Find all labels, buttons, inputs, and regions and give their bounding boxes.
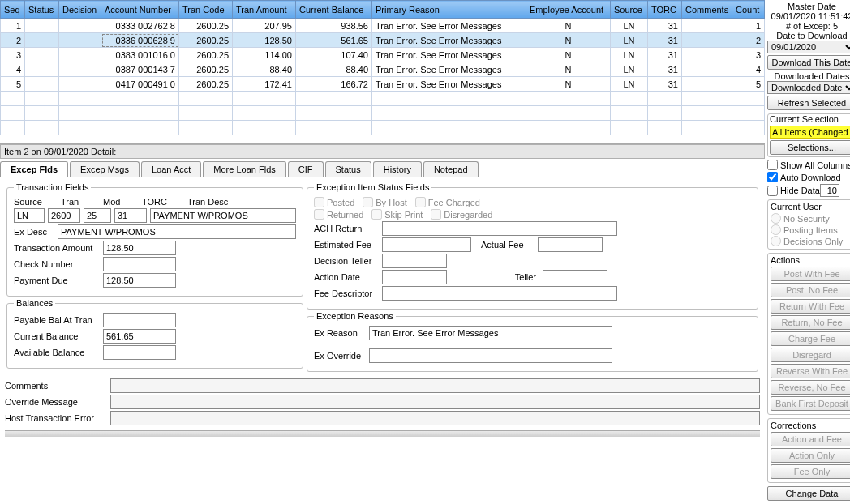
tab-notepad[interactable]: Notepad [423, 161, 479, 177]
table-cell[interactable]: LN [611, 33, 648, 48]
bank-first-deposit-button[interactable]: Bank First Deposit [771, 396, 850, 411]
table-cell[interactable]: 0387 000143 7 [101, 62, 179, 77]
table-cell[interactable]: 1 [732, 19, 765, 33]
table-cell[interactable] [682, 77, 732, 92]
table-cell[interactable] [25, 77, 59, 92]
mod-input[interactable] [84, 208, 111, 223]
table-row[interactable]: 30383 001016 02600.25114.00107.40Tran Er… [1, 48, 765, 62]
table-cell[interactable] [25, 33, 59, 48]
table-cell[interactable] [25, 19, 59, 33]
table-cell[interactable]: 2600.25 [179, 33, 233, 48]
column-header[interactable]: Current Balance [296, 1, 372, 19]
table-cell[interactable] [25, 48, 59, 62]
auto-download-checkbox[interactable] [767, 172, 778, 182]
table-cell[interactable]: 128.50 [233, 33, 296, 48]
table-cell[interactable]: N [526, 77, 611, 92]
column-header[interactable]: Count [732, 1, 765, 19]
column-header[interactable]: Decision [59, 1, 101, 19]
table-cell[interactable]: Tran Error. See Error Messages [372, 48, 526, 62]
current-selection-value[interactable]: All Items (Changed Sel [770, 126, 850, 139]
table-cell[interactable]: 88.40 [233, 62, 296, 77]
fee-descriptor-input[interactable] [382, 286, 617, 301]
table-cell[interactable]: 2600.25 [179, 77, 233, 92]
change-data-button[interactable]: Change Data [767, 486, 850, 501]
table-cell[interactable]: 31 [648, 62, 682, 77]
payable-bal-input[interactable] [103, 313, 176, 327]
column-header[interactable]: Status [25, 1, 59, 19]
disregard-button[interactable]: Disregard [771, 348, 850, 362]
table-cell[interactable]: 2 [732, 33, 765, 48]
teller-input[interactable] [543, 270, 607, 284]
table-cell[interactable]: 207.95 [233, 19, 296, 33]
table-cell[interactable]: 0336 000628 9 [101, 33, 179, 48]
table-cell[interactable]: N [526, 62, 611, 77]
host-tran-error-input[interactable] [110, 411, 760, 425]
reverse-with-fee-button[interactable]: Reverse With Fee [771, 364, 850, 378]
table-cell[interactable]: 114.00 [233, 48, 296, 62]
tran-input[interactable] [48, 208, 80, 223]
table-cell[interactable]: LN [611, 62, 648, 77]
comments-input[interactable] [110, 378, 760, 393]
table-cell[interactable]: 1 [1, 19, 25, 33]
table-cell[interactable]: 107.40 [296, 48, 372, 62]
hide-data-checkbox[interactable] [767, 186, 778, 196]
column-header[interactable]: Account Number [101, 1, 179, 19]
downloaded-dates-select[interactable]: Downloaded Dates [767, 81, 850, 94]
table-cell[interactable]: Tran Error. See Error Messages [372, 77, 526, 92]
table-cell[interactable]: 2 [1, 33, 25, 48]
horizontal-scrollbar[interactable] [5, 430, 760, 437]
table-cell[interactable]: Tran Error. See Error Messages [372, 19, 526, 33]
available-balance-input[interactable] [103, 345, 176, 360]
date-to-download-select[interactable]: 09/01/2020 [767, 41, 850, 53]
tdesc-input[interactable] [150, 208, 296, 223]
table-cell[interactable]: LN [611, 48, 648, 62]
table-cell[interactable]: N [526, 33, 611, 48]
table-row[interactable]: 40387 000143 72600.2588.4088.40Tran Erro… [1, 62, 765, 77]
column-header[interactable]: Tran Amount [233, 1, 296, 19]
action-and-fee-button[interactable]: Action and Fee [771, 432, 850, 446]
table-cell[interactable]: 5 [732, 77, 765, 92]
reverse-no-fee-button[interactable]: Reverse, No Fee [771, 380, 850, 395]
table-cell[interactable]: 4 [1, 62, 25, 77]
table-cell[interactable]: N [526, 19, 611, 33]
decision-teller-input[interactable] [382, 254, 447, 268]
column-header[interactable]: Comments [682, 1, 732, 19]
table-row[interactable]: 50417 000491 02600.25172.41166.72Tran Er… [1, 77, 765, 92]
table-cell[interactable]: 31 [648, 33, 682, 48]
table-cell[interactable] [682, 19, 732, 33]
table-cell[interactable] [682, 48, 732, 62]
override-msg-input[interactable] [110, 395, 760, 409]
return-no-fee-button[interactable]: Return, No Fee [771, 315, 850, 330]
table-cell[interactable]: LN [611, 77, 648, 92]
column-header[interactable]: Seq [1, 1, 25, 19]
table-cell[interactable] [25, 62, 59, 77]
check-input[interactable] [103, 257, 176, 271]
table-cell[interactable]: 938.56 [296, 19, 372, 33]
source-input[interactable] [14, 208, 45, 223]
table-cell[interactable]: Tran Error. See Error Messages [372, 62, 526, 77]
return-with-fee-button[interactable]: Return With Fee [771, 299, 850, 314]
tab-status[interactable]: Status [325, 161, 371, 177]
tab-excep-msgs[interactable]: Excep Msgs [70, 161, 140, 177]
table-cell[interactable]: 0333 002762 8 [101, 19, 179, 33]
hide-data-count-input[interactable] [820, 184, 839, 197]
est-fee-input[interactable] [382, 237, 471, 252]
post-no-fee-button[interactable]: Post, No Fee [771, 283, 850, 297]
table-row[interactable]: 10333 002762 82600.25207.95938.56Tran Er… [1, 19, 765, 33]
ex-reason-input[interactable] [369, 326, 612, 340]
table-cell[interactable]: 0417 000491 0 [101, 77, 179, 92]
table-cell[interactable]: 3 [732, 48, 765, 62]
table-cell[interactable] [59, 19, 101, 33]
show-all-columns-checkbox[interactable] [767, 160, 778, 170]
table-cell[interactable]: 5 [1, 77, 25, 92]
download-this-date-button[interactable]: Download This Date [767, 55, 850, 70]
column-header[interactable]: Tran Code [179, 1, 233, 19]
torc-input[interactable] [114, 208, 147, 223]
table-cell[interactable]: 0383 001016 0 [101, 48, 179, 62]
column-header[interactable]: Employee Account [526, 1, 611, 19]
table-cell[interactable]: 2600.25 [179, 19, 233, 33]
table-cell[interactable]: 2600.25 [179, 48, 233, 62]
actual-fee-input[interactable] [538, 237, 603, 252]
fee-only-button[interactable]: Fee Only [771, 464, 850, 479]
table-cell[interactable]: Tran Error. See Error Messages [372, 33, 526, 48]
